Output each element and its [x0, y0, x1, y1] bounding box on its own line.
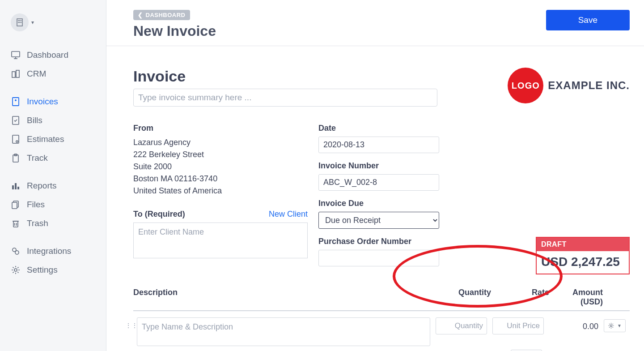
- estimate-icon: [11, 134, 21, 144]
- svg-rect-4: [18, 22, 19, 23]
- sidebar-item-label: Settings: [27, 265, 58, 275]
- svg-rect-20: [12, 185, 14, 189]
- sidebar-item-label: Reports: [27, 181, 57, 191]
- trash-icon: [11, 218, 21, 228]
- svg-rect-24: [12, 202, 17, 209]
- caret-down-icon: ▼: [617, 323, 622, 328]
- svg-rect-3: [21, 20, 21, 21]
- sidebar: ▾ Dashboard CRM Invoices: [0, 0, 106, 351]
- sidebar-item-label: Invoices: [27, 97, 58, 107]
- svg-rect-7: [12, 51, 20, 57]
- line-rate-input[interactable]: [492, 317, 544, 334]
- sidebar-item-dashboard[interactable]: Dashboard: [0, 46, 106, 64]
- gear-icon: [608, 322, 614, 329]
- sidebar-item-label: Dashboard: [27, 50, 68, 60]
- main: ❮ DASHBOARD New Invoice Save Invoice LOG…: [106, 0, 644, 351]
- date-input[interactable]: [318, 137, 439, 153]
- clipboard-icon: [11, 153, 21, 163]
- sidebar-item-label: Trash: [27, 218, 48, 228]
- bill-icon: [11, 116, 21, 125]
- svg-rect-22: [17, 187, 19, 189]
- from-address: Lazarus Agency 222 Berkeley Street Suite…: [133, 137, 308, 197]
- sidebar-item-estimates[interactable]: Estimates: [0, 130, 106, 149]
- line-options-menu[interactable]: ▼: [604, 319, 626, 332]
- svg-point-29: [15, 251, 19, 254]
- buildings-icon: [11, 69, 21, 79]
- sidebar-item-integrations[interactable]: Integrations: [0, 242, 106, 261]
- integrations-icon: [11, 246, 21, 256]
- svg-rect-10: [12, 72, 15, 77]
- company-logo: LOGO EXAMPLE INC.: [508, 68, 630, 103]
- po-number-input[interactable]: [318, 250, 439, 266]
- content: Invoice LOGO EXAMPLE INC. From Lazarus A…: [106, 46, 644, 351]
- line-quantity-input[interactable]: [436, 317, 487, 334]
- new-client-link[interactable]: New Client: [269, 210, 308, 219]
- topbar: ❮ DASHBOARD New Invoice Save: [106, 0, 644, 46]
- sidebar-item-invoices[interactable]: Invoices: [0, 92, 106, 111]
- invoice-heading: Invoice: [133, 68, 437, 85]
- sidebar-item-track[interactable]: Track: [0, 149, 106, 167]
- sidebar-item-label: Bills: [27, 116, 42, 125]
- sidebar-item-trash[interactable]: Trash: [0, 214, 106, 233]
- date-label: Date: [318, 124, 453, 133]
- invoice-icon: [11, 97, 21, 107]
- to-label: To (Required): [133, 210, 185, 219]
- svg-rect-21: [15, 183, 17, 189]
- sidebar-item-label: Track: [27, 153, 48, 163]
- svg-rect-6: [21, 22, 21, 23]
- sidebar-item-label: Estimates: [27, 134, 64, 144]
- sidebar-item-files[interactable]: Files: [0, 195, 106, 214]
- sidebar-item-crm[interactable]: CRM: [0, 64, 106, 83]
- invoice-summary-input[interactable]: [133, 89, 437, 107]
- building-icon: [11, 13, 29, 31]
- chevron-down-icon: ▾: [31, 19, 34, 26]
- total-card: DRAFT USD 2,247.25: [536, 237, 630, 274]
- sidebar-item-settings[interactable]: Settings: [0, 261, 106, 279]
- status-badge: DRAFT: [537, 238, 629, 251]
- drag-handle-icon[interactable]: ⋮⋮: [125, 317, 131, 329]
- monitor-icon: [11, 50, 21, 60]
- chevron-left-icon: ❮: [138, 12, 143, 18]
- breadcrumb-label: DASHBOARD: [146, 12, 186, 18]
- invoice-number-input[interactable]: [318, 174, 439, 191]
- line-amount: 0.00: [549, 317, 598, 331]
- files-icon: [11, 200, 21, 210]
- line-description-input[interactable]: [137, 317, 430, 346]
- col-rate: Rate: [491, 288, 549, 307]
- chart-icon: [11, 181, 21, 191]
- line-items: Description Quantity Rate Amount (USD) ⋮…: [133, 288, 630, 351]
- line-item-row: ⋮⋮ 0.00 ▼: [133, 317, 630, 346]
- svg-point-17: [16, 141, 18, 142]
- invoice-total: USD 2,247.25: [537, 251, 629, 274]
- page-title: New Invoice: [133, 23, 216, 39]
- sidebar-item-bills[interactable]: Bills: [0, 111, 106, 130]
- gear-icon: [11, 265, 21, 275]
- svg-point-31: [610, 325, 612, 326]
- client-name-input[interactable]: [133, 223, 308, 258]
- company-name: EXAMPLE INC.: [548, 79, 630, 92]
- col-amount: Amount (USD): [549, 288, 630, 307]
- sidebar-item-label: CRM: [27, 69, 46, 79]
- sidebar-item-reports[interactable]: Reports: [0, 176, 106, 195]
- svg-point-30: [14, 269, 17, 271]
- svg-rect-2: [19, 20, 20, 21]
- logo-badge-icon: LOGO: [508, 68, 543, 103]
- col-description: Description: [133, 288, 433, 307]
- sidebar-item-label: Files: [27, 200, 45, 210]
- invoice-due-label: Invoice Due: [318, 199, 453, 208]
- svg-rect-1: [18, 20, 19, 21]
- svg-rect-25: [13, 221, 18, 227]
- svg-rect-5: [19, 22, 20, 23]
- sidebar-item-label: Integrations: [27, 246, 71, 256]
- po-label: Purchase Order Number: [318, 237, 453, 246]
- from-label: From: [133, 124, 308, 133]
- org-switcher[interactable]: ▾: [0, 13, 106, 31]
- invoice-due-select[interactable]: Due on Receipt: [318, 212, 439, 229]
- invoice-number-label: Invoice Number: [318, 161, 453, 171]
- col-quantity: Quantity: [433, 288, 491, 307]
- breadcrumb[interactable]: ❮ DASHBOARD: [133, 10, 190, 20]
- svg-rect-12: [13, 98, 19, 106]
- save-button[interactable]: Save: [546, 10, 630, 30]
- svg-rect-11: [16, 70, 19, 77]
